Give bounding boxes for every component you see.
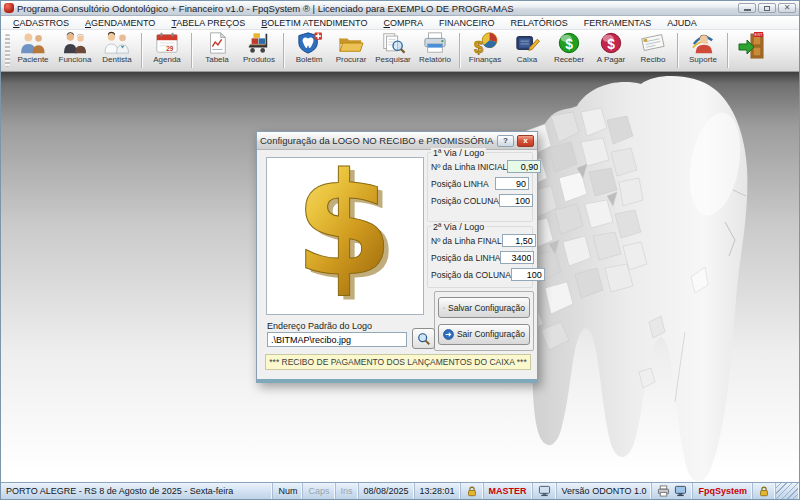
menu-agendamento[interactable]: AGENDAMENTO	[77, 18, 163, 28]
status-brand: FpqSystem	[693, 483, 753, 499]
status-devices-panel	[652, 483, 693, 499]
save-config-button[interactable]: Salvar Configuração	[438, 297, 530, 318]
toolbar-a-pagar-button[interactable]: $ A Pagar	[590, 30, 632, 71]
menu-financeiro[interactable]: FINANCEIRO	[431, 18, 503, 28]
menu-ajuda[interactable]: AJUDA	[659, 18, 705, 28]
logo-path-label: Endereço Padrão do Logo	[267, 321, 372, 331]
statusbar: PORTO ALEGRE - RS 8 de Agosto de 2025 - …	[1, 482, 799, 499]
blue-arrow-icon	[443, 328, 454, 341]
cash-book-icon	[512, 31, 542, 55]
status-time: 13:28:01	[415, 483, 461, 499]
save-config-label: Salvar Configuração	[448, 303, 525, 313]
linha-inicial-input[interactable]	[507, 160, 541, 173]
receipt-icon	[638, 31, 668, 55]
toolbar-label: Caixa	[517, 55, 537, 64]
field-label: Posição da LINHA	[431, 253, 500, 263]
toolbar-label: Produtos	[243, 55, 275, 64]
toolbar-label: Tabela	[205, 55, 229, 64]
menu-tabela-precos[interactable]: TABELA PREÇOS	[163, 18, 253, 28]
toolbar-paciente-button[interactable]: Paciente	[12, 30, 54, 71]
toolbar-separator	[727, 33, 729, 68]
toolbar-label: Receber	[554, 55, 584, 64]
toolbar-label: Pesquisar	[375, 55, 411, 64]
computer-icon	[538, 485, 551, 497]
svg-text:$: $	[295, 161, 394, 308]
dialog-help-button[interactable]: ?	[497, 135, 514, 147]
finance-pie-icon: $	[470, 31, 500, 55]
toolbar-pesquisar-button[interactable]: Pesquisar	[372, 30, 414, 71]
posicao-coluna1-input[interactable]	[499, 194, 533, 207]
menu-boletim-atendimento[interactable]: BOLETIM ATENDIMENTO	[253, 18, 375, 28]
toolbar-recibo-button[interactable]: Recibo	[632, 30, 674, 71]
menu-relatorios[interactable]: RELATÓRIOS	[502, 18, 575, 28]
toolbar-label: Relatório	[419, 55, 451, 64]
exit-door-icon: EXIT	[737, 31, 769, 61]
dentists-icon	[102, 31, 132, 55]
dialog-title: Configuração da LOGO NO RECIBO e PROMISS…	[260, 135, 493, 146]
dialog-titlebar[interactable]: Configuração da LOGO NO RECIBO e PROMISS…	[257, 132, 537, 150]
toolbar-tabela-button[interactable]: Tabela	[196, 30, 238, 71]
toolbar-label: Finanças	[469, 55, 501, 64]
toolbar-dentista-button[interactable]: Dentista	[96, 30, 138, 71]
support-icon	[688, 31, 718, 55]
browse-logo-button[interactable]	[412, 328, 435, 349]
toolbar-separator	[677, 33, 679, 68]
status-date: 08/08/2025	[359, 483, 415, 499]
posicao-coluna2-input[interactable]	[511, 268, 545, 281]
toolbar-procurar-button[interactable]: Procurar	[330, 30, 372, 71]
via2-group: 2ª Via / Logo Nº da Linha FINAL Posição …	[427, 226, 533, 288]
menu-cadastros[interactable]: CADASTROS	[5, 18, 77, 28]
open-folder-icon	[336, 31, 366, 55]
toolbar-funcionario-button[interactable]: Funciona	[54, 30, 96, 71]
toolbar-separator	[191, 33, 193, 68]
staff-icon	[60, 31, 90, 55]
menu-compra[interactable]: COMPRA	[375, 18, 431, 28]
status-numlock: Num	[273, 483, 303, 499]
posicao-linha1-input[interactable]	[495, 177, 529, 190]
toolbar-caixa-button[interactable]: Caixa	[506, 30, 548, 71]
red-dollar-icon: $	[596, 31, 626, 55]
svg-text:29: 29	[166, 45, 174, 52]
toolbar-suporte-button[interactable]: Suporte	[682, 30, 724, 71]
minimize-button[interactable]	[738, 3, 756, 13]
toolbar-separator	[459, 33, 461, 68]
field-label: Posição LINHA	[431, 179, 489, 189]
svg-text:EXIT: EXIT	[755, 33, 764, 37]
field-label: Posição COLUNA	[431, 196, 499, 206]
dialog-buttons-group: Salvar Configuração Sair Configuração	[434, 291, 534, 351]
titlebar: Programa Consultório Odontológico + Fina…	[1, 1, 799, 16]
svg-text:$: $	[607, 36, 615, 52]
toolbar-produtos-button[interactable]: Produtos	[238, 30, 280, 71]
toolbar-label: Dentista	[102, 55, 131, 64]
via1-group: 1ª Via / Logo Nº da Linha INICIAL Posiçã…	[427, 152, 533, 222]
status-pc-panel	[533, 483, 557, 499]
exit-config-label: Sair Configuração	[457, 329, 525, 339]
toolbar-financas-button[interactable]: $ Finanças	[464, 30, 506, 71]
toolbar-exit-button[interactable]: EXIT	[732, 30, 774, 71]
toolbar: Paciente Funciona Dentista 29 Agenda Tab…	[1, 30, 799, 72]
posicao-linha2-input[interactable]	[500, 251, 534, 264]
linha-final-input[interactable]	[502, 234, 536, 247]
toolbar-boletim-button[interactable]: Boletim	[288, 30, 330, 71]
monitor-icon	[674, 485, 687, 497]
toolbar-separator	[283, 33, 285, 68]
dialog-close-button[interactable]: x	[517, 135, 534, 147]
toolbar-label: Suporte	[689, 55, 717, 64]
toolbar-receber-button[interactable]: $ Receber	[548, 30, 590, 71]
svg-text:$: $	[474, 38, 483, 55]
toolbar-label: Recibo	[641, 55, 666, 64]
close-button[interactable]: ✕	[778, 3, 796, 13]
toolbar-label: Funciona	[59, 55, 92, 64]
resize-grip[interactable]	[776, 483, 799, 499]
toolbar-label: A Pagar	[597, 55, 625, 64]
search-documents-icon	[378, 31, 408, 55]
exit-config-button[interactable]: Sair Configuração	[438, 324, 530, 345]
menu-ferramentas[interactable]: FERRAMENTAS	[576, 18, 659, 28]
calendar-icon: 29	[152, 31, 182, 55]
padlock-icon	[466, 485, 478, 497]
logo-path-input[interactable]	[267, 332, 407, 347]
toolbar-agenda-button[interactable]: 29 Agenda	[146, 30, 188, 71]
maximize-button[interactable]	[758, 3, 776, 13]
field-label: Nº da Linha FINAL	[431, 236, 502, 246]
toolbar-relatorio-button[interactable]: Relatório	[414, 30, 456, 71]
